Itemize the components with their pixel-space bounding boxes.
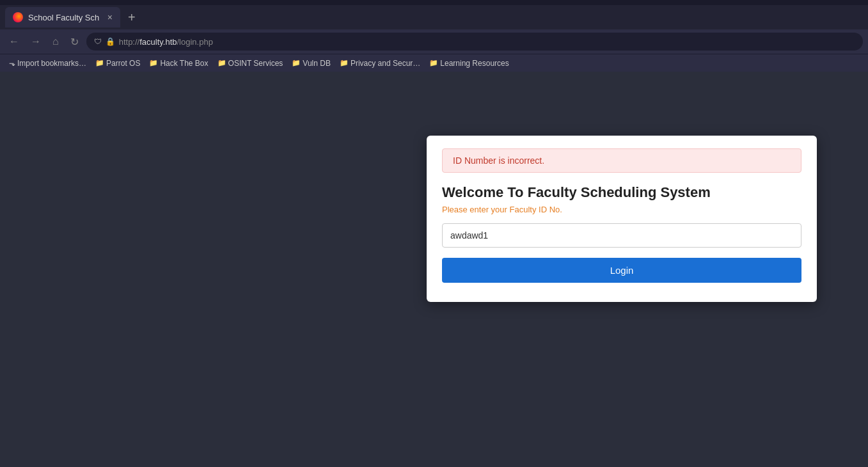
bookmark-import[interactable]: ⬎ Import bookmarks… xyxy=(5,58,90,69)
tab-title: School Faculty Sch xyxy=(28,13,99,22)
bookmark-vuln-db[interactable]: 📁 Vuln DB xyxy=(288,58,335,69)
tab-bar: School Faculty Sch × + xyxy=(0,5,868,29)
bookmark-label: Import bookmarks… xyxy=(17,59,86,68)
faculty-id-input[interactable] xyxy=(442,223,801,248)
login-title: Welcome To Faculty Scheduling System xyxy=(442,184,801,201)
url-path: /login.php xyxy=(177,37,213,47)
login-button[interactable]: Login xyxy=(442,258,801,283)
folder-icon: 📁 xyxy=(429,59,438,67)
login-subtitle: Please enter your Faculty ID No. xyxy=(442,205,801,214)
bookmark-label: Learning Resources xyxy=(440,59,509,68)
forward-button[interactable]: → xyxy=(27,33,45,50)
bookmark-label: Hack The Box xyxy=(160,59,208,68)
folder-icon: 📁 xyxy=(292,59,301,67)
active-tab[interactable]: School Faculty Sch × xyxy=(5,7,120,28)
folder-icon: 📁 xyxy=(340,59,349,67)
address-bar[interactable]: 🛡 🔒 http://faculty.htb/login.php xyxy=(86,33,863,51)
system-bar xyxy=(0,0,868,5)
bookmark-label: Parrot OS xyxy=(106,59,140,68)
error-message: ID Number is incorrect. xyxy=(453,155,544,166)
tab-close-button[interactable]: × xyxy=(107,12,113,22)
url-domain: faculty.htb xyxy=(139,37,177,47)
login-card: ID Number is incorrect. Welcome To Facul… xyxy=(427,136,817,302)
back-button[interactable]: ← xyxy=(5,33,23,50)
nav-bar: ← → ⌂ ↻ 🛡 🔒 http://faculty.htb/login.php xyxy=(0,29,868,54)
url-display: http://faculty.htb/login.php xyxy=(119,37,213,47)
url-prefix: http:// xyxy=(119,37,140,47)
shield-icon: 🛡 xyxy=(94,37,102,46)
page-content: ID Number is incorrect. Welcome To Facul… xyxy=(0,72,868,467)
bookmark-label: Privacy and Secur… xyxy=(351,59,420,68)
bookmark-learning-resources[interactable]: 📁 Learning Resources xyxy=(425,58,512,69)
bookmark-label: OSINT Services xyxy=(228,59,283,68)
folder-icon: 📁 xyxy=(149,59,158,67)
import-icon: ⬎ xyxy=(9,59,15,68)
bookmark-label: Vuln DB xyxy=(303,59,331,68)
bookmark-privacy-secur[interactable]: 📁 Privacy and Secur… xyxy=(336,58,424,69)
folder-icon: 📁 xyxy=(95,59,104,67)
home-button[interactable]: ⌂ xyxy=(49,33,63,50)
bookmark-parrot-os[interactable]: 📁 Parrot OS xyxy=(91,58,144,69)
bookmark-osint-services[interactable]: 📁 OSINT Services xyxy=(214,58,287,69)
lock-icon: 🔒 xyxy=(106,37,115,46)
refresh-button[interactable]: ↻ xyxy=(67,33,83,51)
bookmark-hack-the-box[interactable]: 📁 Hack The Box xyxy=(145,58,212,69)
bookmarks-bar: ⬎ Import bookmarks… 📁 Parrot OS 📁 Hack T… xyxy=(0,54,868,72)
folder-icon: 📁 xyxy=(217,59,226,67)
firefox-favicon xyxy=(13,12,23,22)
error-alert: ID Number is incorrect. xyxy=(442,148,801,173)
new-tab-button[interactable]: + xyxy=(123,10,141,25)
